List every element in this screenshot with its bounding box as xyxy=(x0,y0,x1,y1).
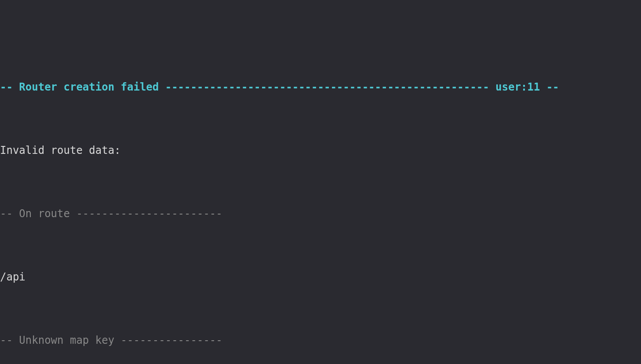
header-suffix: -- xyxy=(540,81,559,93)
unknown-key-line: -- Unknown map key ---------------- xyxy=(0,332,641,348)
blank-line xyxy=(0,174,641,190)
blank-line xyxy=(0,301,641,317)
blank-line xyxy=(0,111,641,127)
on-route-dashes: ----------------------- xyxy=(70,207,222,220)
header-title: Router creation failed xyxy=(19,81,159,93)
invalid-route-data: Invalid route data: xyxy=(0,142,641,158)
header-line: -- Router creation failed --------------… xyxy=(0,79,641,95)
on-route-line: -- On route ----------------------- xyxy=(0,206,641,222)
header-source: user:11 xyxy=(495,81,540,93)
unknown-key-label: Unknown map key xyxy=(19,334,114,346)
on-route-label: On route xyxy=(19,207,70,220)
header-dashes: ----------------------------------------… xyxy=(159,81,495,93)
on-route-prefix: -- xyxy=(0,207,19,220)
unknown-key-dashes: ---------------- xyxy=(114,334,222,346)
terminal-output: -- Router creation failed --------------… xyxy=(0,63,641,364)
header-prefix: -- xyxy=(0,81,19,93)
blank-line xyxy=(0,237,641,253)
unknown-key-prefix: -- xyxy=(0,334,19,346)
route-path: /api xyxy=(0,269,641,285)
